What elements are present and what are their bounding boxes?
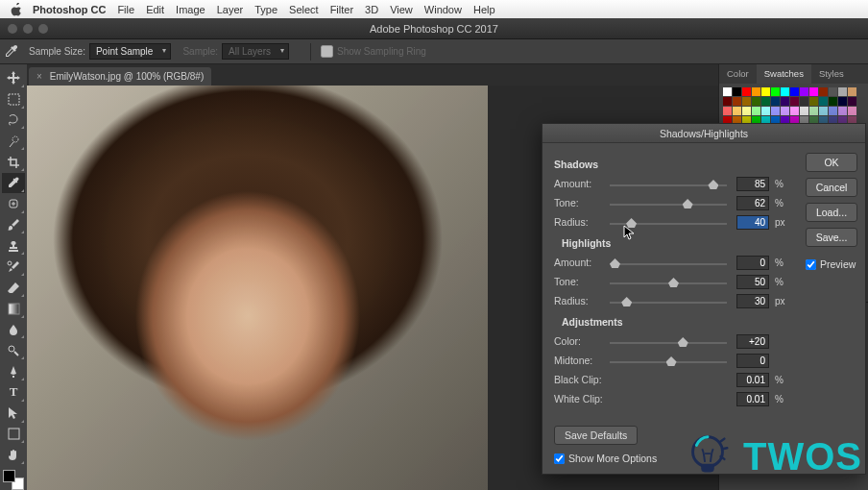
swatch[interactable]: [819, 107, 828, 115]
document-tab[interactable]: × EmilyWatson.jpg @ 100% (RGB/8#): [29, 67, 211, 86]
panel-tab-swatches[interactable]: Swatches: [757, 64, 811, 84]
menu-layer[interactable]: Layer: [217, 4, 244, 15]
swatch[interactable]: [848, 87, 856, 96]
swatch[interactable]: [829, 107, 837, 115]
load-button[interactable]: Load...: [806, 203, 857, 222]
crop-tool[interactable]: [2, 152, 25, 172]
shadows-tone-value[interactable]: 62: [736, 196, 769, 210]
swatch[interactable]: [848, 107, 856, 115]
swatch[interactable]: [771, 97, 780, 106]
cancel-button[interactable]: Cancel: [806, 178, 857, 197]
swatch[interactable]: [761, 87, 770, 96]
midtone-slider[interactable]: [610, 354, 727, 367]
swatch[interactable]: [790, 87, 799, 96]
swatch[interactable]: [829, 97, 837, 106]
swatch[interactable]: [809, 107, 818, 115]
swatch[interactable]: [800, 107, 808, 115]
stamp-tool[interactable]: [2, 235, 25, 256]
save-defaults-button[interactable]: Save Defaults: [554, 426, 638, 445]
foreground-background-colors[interactable]: [3, 470, 24, 490]
swatch[interactable]: [723, 107, 732, 115]
swatch[interactable]: [742, 97, 751, 106]
shadows-amount-slider[interactable]: [610, 177, 727, 190]
brush-tool[interactable]: [2, 215, 25, 235]
white-clip-value[interactable]: 0.01: [736, 392, 769, 406]
swatch[interactable]: [742, 107, 751, 115]
panel-tab-color[interactable]: Color: [719, 64, 757, 84]
swatch[interactable]: [723, 97, 732, 106]
swatch[interactable]: [800, 87, 808, 96]
quick-select-tool[interactable]: [2, 131, 25, 151]
hand-tool[interactable]: [2, 445, 25, 465]
highlights-radius-slider[interactable]: [610, 294, 727, 307]
shape-tool[interactable]: [2, 425, 25, 445]
swatch[interactable]: [790, 107, 799, 115]
close-window-icon[interactable]: [8, 24, 17, 34]
menu-view[interactable]: View: [390, 4, 413, 15]
swatch[interactable]: [742, 87, 751, 96]
marquee-tool[interactable]: [2, 89, 25, 110]
swatch[interactable]: [752, 87, 760, 96]
swatch[interactable]: [752, 97, 760, 106]
menu-3d[interactable]: 3D: [365, 4, 378, 15]
path-select-tool[interactable]: [2, 404, 25, 424]
highlights-amount-slider[interactable]: [610, 256, 727, 269]
swatch[interactable]: [733, 107, 741, 115]
preview-checkbox[interactable]: [806, 259, 816, 270]
highlights-tone-value[interactable]: 50: [736, 275, 769, 289]
panel-tab-styles[interactable]: Styles: [811, 64, 852, 84]
dodge-tool[interactable]: [2, 340, 25, 360]
shadows-tone-slider[interactable]: [610, 196, 727, 209]
swatch[interactable]: [761, 107, 770, 115]
swatch[interactable]: [838, 87, 847, 96]
pen-tool[interactable]: [2, 361, 25, 381]
swatch[interactable]: [790, 97, 799, 106]
swatch[interactable]: [781, 107, 789, 115]
menu-file[interactable]: File: [117, 4, 134, 15]
swatch[interactable]: [848, 97, 856, 106]
move-tool[interactable]: [2, 68, 25, 88]
swatch[interactable]: [819, 97, 828, 106]
heal-tool[interactable]: [2, 194, 25, 214]
swatch[interactable]: [761, 97, 770, 106]
menu-edit[interactable]: Edit: [146, 4, 164, 15]
eyedropper-tool[interactable]: [2, 173, 25, 193]
blur-tool[interactable]: [2, 320, 25, 340]
highlights-tone-slider[interactable]: [610, 275, 727, 288]
menu-image[interactable]: Image: [176, 4, 205, 15]
menu-window[interactable]: Window: [424, 4, 462, 15]
color-slider[interactable]: [610, 334, 727, 348]
foreground-color-swatch[interactable]: [3, 470, 15, 482]
swatch[interactable]: [819, 87, 828, 96]
highlights-radius-value[interactable]: 30: [736, 294, 769, 308]
black-clip-value[interactable]: 0.01: [736, 373, 769, 387]
highlights-amount-value[interactable]: 0: [736, 256, 769, 270]
close-tab-icon[interactable]: ×: [36, 71, 42, 82]
swatch[interactable]: [771, 107, 780, 115]
ok-button[interactable]: OK: [806, 153, 857, 172]
swatch[interactable]: [829, 87, 837, 96]
history-brush-tool[interactable]: [2, 257, 25, 277]
menu-filter[interactable]: Filter: [330, 4, 353, 15]
swatch[interactable]: [752, 107, 760, 115]
show-more-options-checkbox[interactable]: [554, 453, 565, 464]
lasso-tool[interactable]: [2, 110, 25, 131]
zoom-window-icon[interactable]: [38, 24, 48, 34]
shadows-amount-value[interactable]: 85: [736, 177, 769, 191]
shadows-radius-value[interactable]: 40: [736, 215, 769, 230]
swatch[interactable]: [838, 107, 847, 115]
swatch[interactable]: [733, 97, 741, 106]
color-value[interactable]: +20: [736, 334, 769, 349]
swatch[interactable]: [781, 97, 789, 106]
swatch[interactable]: [723, 87, 732, 96]
swatch[interactable]: [800, 97, 808, 106]
swatch[interactable]: [809, 97, 818, 106]
menu-type[interactable]: Type: [254, 4, 277, 15]
swatch[interactable]: [771, 87, 780, 96]
swatch[interactable]: [809, 87, 818, 96]
swatch[interactable]: [781, 87, 789, 96]
midtone-value[interactable]: 0: [736, 354, 769, 368]
swatch[interactable]: [838, 97, 847, 106]
swatch[interactable]: [733, 87, 741, 96]
gradient-tool[interactable]: [2, 299, 25, 319]
